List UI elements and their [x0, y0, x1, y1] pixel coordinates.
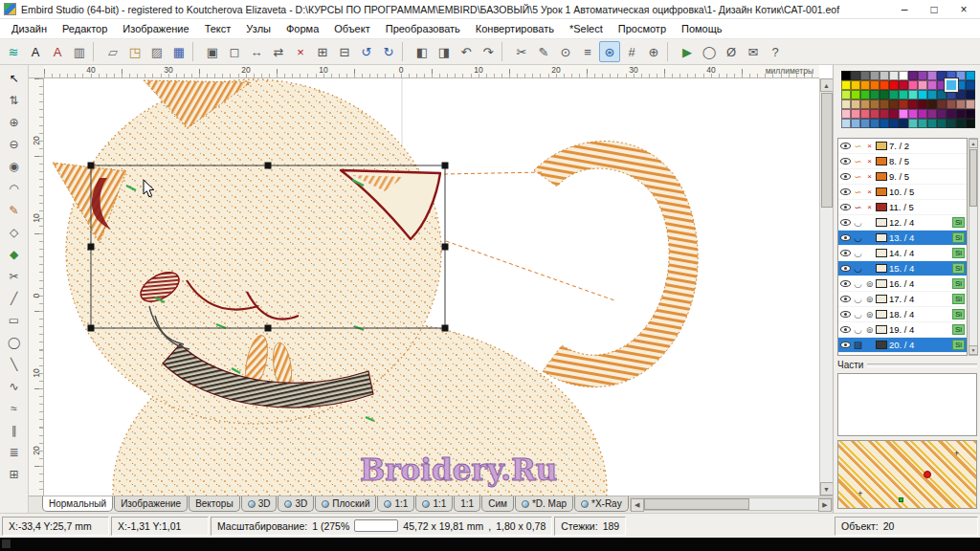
- palette-color[interactable]: [956, 99, 966, 109]
- mirror-vertical-icon[interactable]: ◨: [434, 41, 455, 62]
- menu-object[interactable]: Объект: [326, 21, 377, 36]
- rectangle-tool-icon[interactable]: ▭: [4, 310, 25, 331]
- palette-color[interactable]: [899, 90, 908, 99]
- menu-view[interactable]: Просмотр: [611, 21, 674, 36]
- auto-digitize-icon[interactable]: ≋: [3, 41, 24, 62]
- visibility-eye-icon[interactable]: [840, 219, 851, 226]
- palette-color[interactable]: [841, 80, 851, 90]
- zoom-out-tool-icon[interactable]: ⊖: [4, 134, 25, 155]
- select-all-icon[interactable]: ▣: [202, 41, 223, 62]
- new-file-icon[interactable]: ▱: [102, 41, 123, 62]
- stitch-points-icon[interactable]: ⊛: [599, 41, 620, 62]
- outline-shape-tool-icon[interactable]: ◇: [4, 222, 25, 243]
- palette-color[interactable]: [927, 71, 937, 80]
- column-tool-icon[interactable]: ∥: [4, 420, 25, 441]
- visibility-eye-icon[interactable]: [840, 143, 851, 149]
- palette-color[interactable]: [956, 80, 966, 90]
- visibility-eye-icon[interactable]: [840, 311, 851, 318]
- palette-color[interactable]: [880, 119, 889, 128]
- rotate-right-icon[interactable]: ↷: [478, 41, 499, 62]
- palette-color[interactable]: [966, 71, 975, 80]
- hoop-icon[interactable]: ◯: [699, 41, 720, 62]
- palette-color[interactable]: [880, 71, 889, 80]
- help-icon[interactable]: ?: [765, 41, 786, 62]
- palette-color[interactable]: [899, 109, 908, 119]
- palette-color[interactable]: [860, 90, 870, 99]
- visibility-eye-icon[interactable]: [840, 188, 851, 195]
- object-row[interactable]: ∽×11. / 5: [838, 200, 967, 215]
- palette-color[interactable]: [947, 71, 956, 80]
- satin-tool-icon[interactable]: ≣: [4, 442, 25, 463]
- tab-1to1-b[interactable]: 1:1: [415, 496, 453, 512]
- palette-color[interactable]: [880, 80, 889, 90]
- object-row[interactable]: ∽×7. / 2: [838, 139, 967, 154]
- palette-color[interactable]: [937, 71, 947, 80]
- palette-color[interactable]: [841, 90, 851, 99]
- palette-color[interactable]: [899, 99, 908, 109]
- palette-color[interactable]: [880, 109, 889, 119]
- palette-color[interactable]: [851, 99, 860, 109]
- object-row[interactable]: ∽×8. / 5: [838, 154, 967, 169]
- menu-nodes[interactable]: Узлы: [238, 21, 278, 36]
- object-row[interactable]: ∽×9. / 5: [838, 169, 967, 185]
- scissors-tool-icon[interactable]: ✂: [4, 266, 25, 287]
- menu-text[interactable]: Текст: [197, 21, 239, 36]
- palette-color[interactable]: [851, 109, 860, 119]
- menu-shape[interactable]: Форма: [278, 21, 326, 36]
- visibility-eye-icon[interactable]: [840, 158, 851, 165]
- tab-3d-2[interactable]: 3D: [278, 496, 314, 512]
- palette-color[interactable]: [870, 80, 880, 90]
- horizontal-scroll-thumb[interactable]: [644, 498, 749, 510]
- menu-transform[interactable]: Преобразовать: [378, 21, 468, 36]
- palette-color[interactable]: [966, 109, 975, 119]
- grid-icon[interactable]: #: [621, 41, 642, 62]
- visibility-eye-icon[interactable]: [840, 173, 851, 180]
- palette-color[interactable]: [947, 109, 956, 119]
- list-scroll-thumb[interactable]: [969, 149, 977, 207]
- palette-color[interactable]: [851, 90, 860, 99]
- palette-color[interactable]: [860, 99, 870, 109]
- node-select-tool-icon[interactable]: ⇅: [4, 90, 25, 111]
- palette-color[interactable]: [966, 80, 975, 90]
- palette-color[interactable]: [918, 71, 927, 80]
- palette-color[interactable]: [860, 109, 870, 119]
- palette-color[interactable]: [851, 119, 860, 128]
- object-row[interactable]: ∽×10. / 5: [838, 185, 967, 200]
- object-row[interactable]: ◡14. / 4Si: [838, 246, 967, 261]
- design-canvas[interactable]: Broidery.Ru: [44, 78, 819, 496]
- palette-color[interactable]: [841, 119, 851, 128]
- palette-color[interactable]: [908, 80, 918, 90]
- visibility-eye-icon[interactable]: [840, 265, 851, 272]
- menu-editor[interactable]: Редактор: [55, 21, 115, 36]
- palette-color[interactable]: [918, 80, 927, 90]
- monogram-tool-icon[interactable]: A: [47, 41, 68, 62]
- palette-color[interactable]: [937, 109, 947, 119]
- vertical-scrollbar[interactable]: ▲ ▼: [819, 78, 833, 496]
- tab-1to1-a[interactable]: 1:1: [377, 496, 414, 512]
- palette-color[interactable]: [908, 109, 918, 119]
- line-tool-icon[interactable]: ╲: [4, 354, 25, 375]
- lasso-tool-icon[interactable]: ◠: [4, 178, 25, 199]
- undo-icon[interactable]: ↺: [356, 41, 377, 62]
- text-tool-icon[interactable]: A: [25, 41, 46, 62]
- palette-color[interactable]: [966, 119, 975, 128]
- object-row[interactable]: ◡13. / 4Si: [838, 231, 967, 246]
- visibility-eye-icon[interactable]: [840, 296, 851, 302]
- palette-color[interactable]: [908, 99, 918, 109]
- maximize-button[interactable]: □: [922, 3, 947, 16]
- split-icon[interactable]: ✂: [511, 41, 532, 62]
- close-button[interactable]: ×: [951, 3, 976, 16]
- menu-convert[interactable]: Конвертировать: [468, 21, 562, 36]
- redo-icon[interactable]: ↻: [378, 41, 399, 62]
- palette-color[interactable]: [841, 99, 851, 109]
- menu-design[interactable]: Дизайн: [4, 21, 55, 36]
- knife-tool-icon[interactable]: ╱: [4, 288, 25, 309]
- delete-icon[interactable]: ×: [290, 41, 311, 62]
- measure-tool-icon[interactable]: ◉: [4, 156, 25, 177]
- open-file-icon[interactable]: ◳: [124, 41, 145, 62]
- center-design-icon[interactable]: ⊙: [555, 41, 576, 62]
- measure-icon[interactable]: Ø: [721, 41, 742, 62]
- palette-color[interactable]: [918, 119, 927, 128]
- freehand-tool-icon[interactable]: ✎: [4, 200, 25, 221]
- list-scroll-up-arrow[interactable]: ▲: [969, 139, 978, 148]
